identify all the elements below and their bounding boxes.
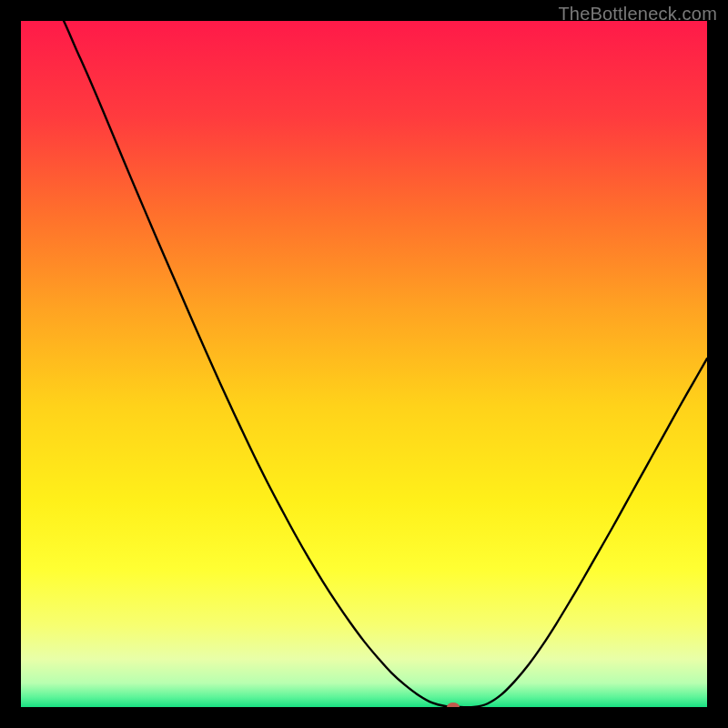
bottleneck-curve-chart <box>21 21 707 707</box>
plot-area <box>21 21 707 707</box>
gradient-background <box>21 21 707 707</box>
watermark-text: TheBottleneck.com <box>558 4 717 25</box>
chart-frame: TheBottleneck.com <box>0 0 728 728</box>
